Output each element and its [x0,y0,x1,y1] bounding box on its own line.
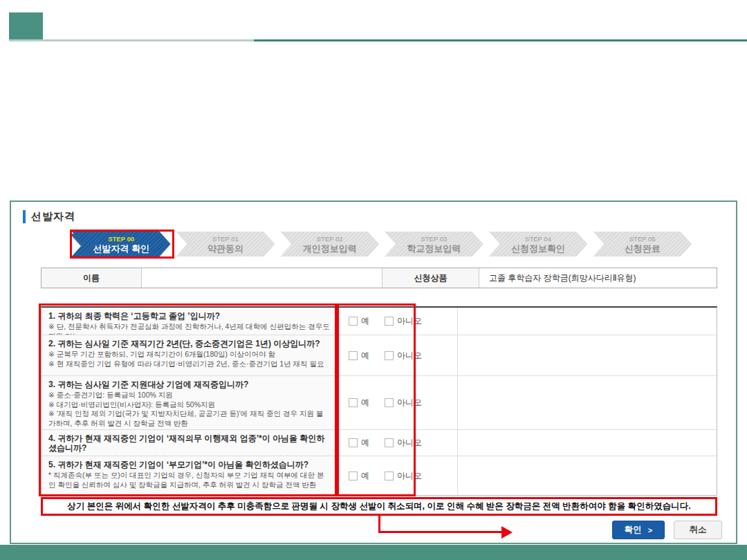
content-panel: 선발자격 STEP 00 선발자격 확인 STEP 01 약관동의 STEP 0… [10,200,737,544]
no-label: 아니오 [397,437,422,449]
row-spacer [458,430,717,456]
no-label: 아니오 [397,315,422,327]
checkbox-yes[interactable] [349,317,358,326]
question-title: 1. 귀하의 최종 학력은 ‘고등학교 졸업 ’입니까? [48,311,330,321]
page: 선발자격 STEP 00 선발자격 확인 STEP 01 약관동의 STEP 0… [0,0,747,560]
name-header: 이름 [42,268,142,288]
question-title: 3. 귀하는 심사일 기준 지원대상 기업에 재직중입니까? [48,380,330,389]
question-row-4: 4. 귀하가 현재 재직중인 기업이 ‘재직의무 이행제외 업종’*이 아님을 … [42,430,717,456]
question-cell: 3. 귀하는 심사일 기준 지원대상 기업에 재직중입니까? ※ 중소·중견기업… [42,376,336,429]
name-value [142,268,382,288]
row-spacer [458,456,717,495]
yes-option[interactable]: 예 [349,397,369,409]
question-note: ※ 단, 전문학사 취득자가 전공심화 과정에 진학하거나, 4년제 대학에 신… [48,322,330,335]
product-header: 신청상품 [382,268,479,288]
step-school-info: STEP 03 학교정보입력 [385,232,483,256]
yes-option[interactable]: 예 [349,350,369,362]
question-note: ※ 현 재직중인 기업 유형에 따라 대기업·비영리기관 2년, 중소·중견기업… [48,360,330,369]
yes-option[interactable]: 예 [349,437,369,449]
checkbox-yes[interactable] [349,351,358,360]
question-cell: 1. 귀하의 최종 학력은 ‘고등학교 졸업 ’입니까? ※ 단, 전문학사 취… [42,308,336,335]
confirmation-notice: 상기 본인은 위에서 확인한 선발자격이 추후 미충족함으로 판명될 시 장학생… [41,497,717,516]
question-title: 2. 귀하는 심사일 기준 재직기간 2년(단, 중소중견기업은 1년) 이상입… [48,339,330,348]
step-number: STEP 04 [525,235,551,243]
no-option[interactable]: 아니오 [385,397,422,409]
question-title: 4. 귀하가 현재 재직중인 기업이 ‘재직의무 이행제외 업종’*이 아님을 … [48,433,330,453]
checkbox-no[interactable] [385,472,394,480]
no-label: 아니오 [397,397,422,409]
question-cell: 4. 귀하가 현재 재직중인 기업이 ‘재직의무 이행제외 업종’*이 아님을 … [42,430,336,456]
section-title-bar [23,210,26,223]
chevron-right-icon: > [648,526,652,534]
step-label: 신청정보확인 [511,243,565,254]
step-label: 신청완료 [625,243,661,254]
question-row-2: 2. 귀하는 심사일 기준 재직기간 2년(단, 중소중견기업은 1년) 이상입… [42,335,717,376]
row-spacer [458,308,717,335]
question-row-3: 3. 귀하는 심사일 기준 지원대상 기업에 재직중입니까? ※ 중소·중견기업… [42,376,717,430]
qualification-question-table: 1. 귀하의 최종 학력은 ‘고등학교 졸업 ’입니까? ※ 단, 전문학사 취… [41,306,717,496]
step-chevron: STEP 04 신청정보확인 [489,232,588,256]
step-chevron: STEP 01 약관동의 [176,232,275,256]
question-note: * 직계존속(부 또는 모)이 대표인 기업의 경우, 신청자의 부모 기업 재… [48,471,330,489]
yes-label: 예 [361,397,369,409]
checkbox-no[interactable] [385,317,394,326]
cancel-button-label: 취소 [690,524,707,536]
question-note: ※ ‘재직 인정 제외 기업(국가 및 지방자치단체, 공공기관 등)’에 재직… [48,409,330,428]
step-chevron: STEP 05 신청완료 [593,232,692,256]
cancel-button[interactable]: 취소 [674,521,722,539]
step-selection-check: STEP 00 선발자격 확인 [72,232,171,256]
question-note: * 주점업 등이 이에 해당하며, 상세내용은 고졸 후학습자 장학금 업무처리… [48,454,330,456]
no-label: 아니오 [397,350,422,362]
step-number: STEP 01 [212,235,239,243]
step-label: 약관동의 [208,243,243,254]
step-complete: STEP 05 신청완료 [593,232,692,256]
question-row-5: 5. 귀하가 현재 재직중인 기업이 ‘부모기업’*이 아님을 확인하셨습니까?… [42,456,717,495]
red-arrow-head-icon [501,526,513,539]
question-note: ※ 군복무 기간 포함하되, 기업 재직기간이 6개월(180일) 이상이어야 … [48,350,330,360]
footer-bar [0,545,747,560]
yes-option[interactable]: 예 [349,315,369,327]
question-row-1: 1. 귀하의 최종 학력은 ‘고등학교 졸업 ’입니까? ※ 단, 전문학사 취… [42,308,717,335]
no-option[interactable]: 아니오 [385,315,422,327]
header-divider-dark [254,39,747,41]
no-option[interactable]: 아니오 [385,470,422,482]
no-option[interactable]: 아니오 [385,350,422,362]
checkbox-yes[interactable] [349,472,358,480]
step-chevron: STEP 02 개인정보입력 [280,232,379,256]
yes-label: 예 [361,470,369,482]
row-spacer [458,335,717,375]
step-number: STEP 02 [317,235,343,243]
answer-cell: 예 아니오 [336,430,458,456]
no-option[interactable]: 아니오 [385,437,422,449]
yes-label: 예 [361,350,369,362]
confirm-button[interactable]: 확인 > [612,521,665,539]
checkbox-no[interactable] [385,398,394,407]
step-personal-info: STEP 02 개인정보입력 [280,232,379,256]
step-chevron: STEP 00 선발자격 확인 [72,232,171,256]
applicant-info-table: 이름 신청상품 고졸 후학습자 장학금(희망사다리Ⅱ유형) [41,268,717,288]
checkbox-yes[interactable] [349,438,358,447]
step-terms-agree: STEP 01 약관동의 [176,232,275,256]
red-arrow-horizontal [378,531,501,533]
yes-option[interactable]: 예 [349,470,369,482]
answer-cell: 예 아니오 [336,308,458,335]
step-label: 학교정보입력 [407,243,461,254]
question-cell: 5. 귀하가 현재 재직중인 기업이 ‘부모기업’*이 아님을 확인하셨습니까?… [42,456,336,495]
checkbox-yes[interactable] [349,398,358,407]
no-label: 아니오 [397,470,422,482]
answer-cell: 예 아니오 [336,376,458,429]
answer-cell: 예 아니오 [336,335,458,375]
product-value: 고졸 후학습자 장학금(희망사다리Ⅱ유형) [479,268,717,288]
yes-label: 예 [361,437,369,449]
step-number: STEP 03 [421,235,447,243]
step-chevron: STEP 03 학교정보입력 [385,232,483,256]
yes-label: 예 [361,315,369,327]
header-logo-block [9,12,43,41]
checkbox-no[interactable] [385,351,394,360]
section-title: 선발자격 [31,210,75,223]
step-application-confirm: STEP 04 신청정보확인 [489,232,588,256]
checkbox-no[interactable] [385,438,394,447]
question-cell: 2. 귀하는 심사일 기준 재직기간 2년(단, 중소중견기업은 1년) 이상입… [42,335,336,375]
step-number: STEP 00 [108,235,134,243]
confirm-button-label: 확인 [625,524,642,536]
